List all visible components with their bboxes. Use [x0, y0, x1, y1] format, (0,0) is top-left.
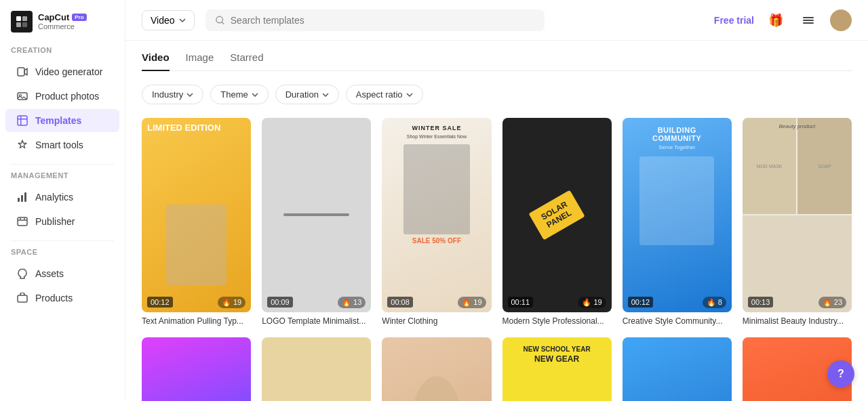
template-card-8[interactable]: Discover The Latest Fashion Trends 00:13… [262, 337, 371, 401]
card-5-overlay: 00:12 🔥 8 [623, 293, 732, 312]
svg-rect-11 [21, 195, 23, 202]
card-3-text2: Shop Winter Essentials Now [407, 134, 467, 139]
space-section-label: Space [0, 248, 125, 261]
template-card-7[interactable]: Brandname [142, 337, 251, 401]
assets-icon [16, 268, 28, 280]
chevron-down-icon [406, 93, 413, 97]
search-icon [215, 15, 225, 26]
card-5-text1: BUILDINGCOMMUNITY [652, 126, 701, 142]
sidebar-item-smart-tools[interactable]: Smart tools [5, 133, 119, 156]
filter-theme[interactable]: Theme [210, 85, 268, 104]
svg-rect-16 [18, 295, 27, 302]
svg-rect-7 [18, 116, 27, 125]
sidebar-divider [11, 164, 114, 165]
card-4-text: SOLARPANEL [529, 190, 585, 240]
svg-rect-4 [18, 68, 24, 76]
card-5-title: Creative Style Community... [623, 316, 732, 327]
svg-rect-1 [22, 16, 27, 21]
content-area: Video Image Starred Industry Theme Durat… [125, 41, 868, 401]
search-input[interactable] [231, 15, 535, 26]
sidebar-item-analytics[interactable]: Analytics [5, 186, 119, 209]
card-5-likes: 🔥 8 [703, 297, 726, 308]
card-2-likes: 🔥 13 [338, 297, 366, 308]
chevron-down-icon [252, 93, 258, 97]
sidebar-item-templates[interactable]: Templates [5, 109, 119, 132]
video-dropdown[interactable]: Video [142, 10, 195, 30]
card-3-title: Winter Clothing [382, 316, 491, 327]
card-3-overlay: 00:08 🔥 19 [382, 293, 491, 312]
card-3-text1: WINTER SALE [412, 125, 461, 131]
menu-icon[interactable] [797, 9, 819, 31]
search-bar [205, 9, 545, 31]
sidebar-item-publisher[interactable]: Publisher [5, 210, 119, 233]
sidebar-item-label: Assets [35, 268, 64, 279]
svg-rect-12 [24, 192, 26, 202]
svg-point-17 [216, 16, 222, 23]
template-card-3[interactable]: WINTER SALE Shop Winter Essentials Now S… [382, 118, 491, 326]
sidebar-item-label: Templates [35, 115, 81, 126]
card-5-duration: 00:12 [628, 297, 654, 308]
svg-point-15 [24, 218, 25, 219]
publisher-icon [16, 215, 28, 228]
template-card-5[interactable]: BUILDINGCOMMUNITY Serve Together 00:12 🔥… [623, 118, 732, 326]
tab-starred[interactable]: Starred [230, 51, 263, 71]
svg-point-14 [20, 218, 21, 219]
video-generator-icon [16, 66, 28, 78]
filter-aspect-ratio[interactable]: Aspect ratio [346, 85, 423, 104]
svg-rect-13 [18, 217, 27, 226]
filter-industry[interactable]: Industry [142, 85, 203, 104]
help-button[interactable]: ? [827, 360, 854, 387]
tab-image[interactable]: Image [186, 51, 214, 71]
user-avatar[interactable] [830, 9, 852, 31]
sidebar-item-label: Analytics [35, 192, 73, 203]
template-grid: LIMITED EDITION 00:12 🔥 19 Text Animatio… [142, 118, 852, 401]
card-3-likes: 🔥 19 [458, 297, 486, 308]
sidebar-item-label: Publisher [35, 216, 75, 227]
svg-rect-10 [18, 198, 20, 202]
logo-icon [11, 11, 33, 33]
svg-rect-8 [18, 119, 27, 120]
template-card-10[interactable]: New School Year NEW GEAR [502, 337, 612, 401]
svg-rect-3 [22, 22, 27, 27]
filter-duration[interactable]: Duration [275, 85, 339, 104]
sidebar-item-label: Products [35, 293, 73, 303]
filters-bar: Industry Theme Duration Aspect ratio [142, 85, 852, 104]
svg-rect-19 [803, 20, 814, 21]
logo-brand: CapCut [38, 12, 69, 23]
sidebar-item-assets[interactable]: Assets [5, 262, 119, 285]
sidebar-item-product-photos[interactable]: Product photos [5, 85, 119, 108]
topbar-right: Free trial 🎁 [714, 9, 852, 31]
smart-tools-icon [16, 139, 28, 151]
sidebar-item-video-generator[interactable]: Video generator [5, 60, 119, 83]
card-2-title: LOGO Template Minimalist... [262, 316, 371, 327]
sidebar-divider-2 [11, 240, 114, 241]
card-1-likes: 🔥 19 [218, 297, 245, 308]
video-dropdown-label: Video [151, 15, 175, 26]
card-4-likes: 🔥 19 [578, 297, 606, 308]
card-10-text1: New School Year [524, 345, 591, 353]
sidebar-item-products[interactable]: Products [5, 287, 119, 310]
template-card-2[interactable]: 00:09 🔥 13 LOGO Template Minimalist... [262, 118, 371, 326]
template-card-4[interactable]: SOLARPANEL 00:11 🔥 19 Modern Style Profe… [502, 118, 612, 326]
card-10-text2: NEW GEAR [534, 354, 579, 364]
template-card-6[interactable]: MUD MASK SOAP Beauty product 00:13 🔥 23 … [743, 118, 852, 326]
card-6-text: Beauty product [743, 123, 852, 129]
analytics-icon [16, 191, 28, 203]
logo: CapCut Pro Commerce [0, 11, 125, 46]
card-6-likes: 🔥 23 [818, 297, 846, 308]
card-3-duration: 00:08 [387, 297, 413, 308]
svg-rect-18 [803, 17, 814, 18]
card-5-text2: Serve Together [658, 144, 695, 150]
template-card-9[interactable] [382, 337, 491, 401]
main-content: Video Free trial 🎁 Video Image Starred I… [125, 0, 868, 401]
free-trial-button[interactable]: Free trial [714, 15, 754, 26]
tab-video[interactable]: Video [142, 51, 170, 71]
svg-rect-9 [20, 116, 22, 125]
template-card-11[interactable]: BACK-TO-SCHOOL [623, 337, 732, 401]
card-2-overlay: 00:09 🔥 13 [262, 293, 371, 312]
sidebar-item-label: Product photos [35, 91, 99, 102]
svg-rect-2 [16, 22, 21, 27]
gift-icon[interactable]: 🎁 [765, 9, 787, 31]
chevron-down-icon [322, 93, 329, 97]
template-card-1[interactable]: LIMITED EDITION 00:12 🔥 19 Text Animatio… [142, 118, 251, 326]
